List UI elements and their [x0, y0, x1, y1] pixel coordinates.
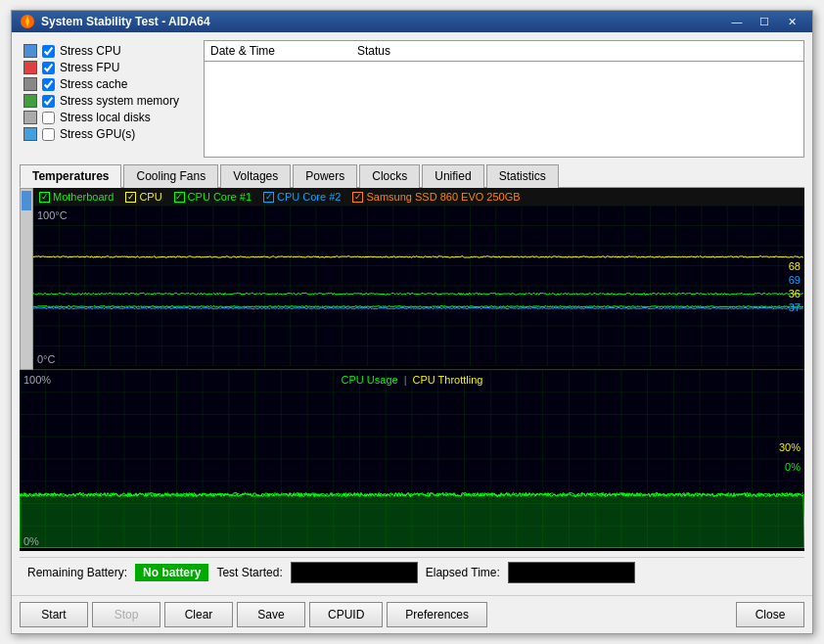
tab-clocks[interactable]: Clocks — [359, 164, 420, 188]
test-started-label: Test Started: — [216, 566, 282, 579]
legend-label-3: CPU Core #2 — [277, 191, 341, 203]
status-table: Date & Time Status — [204, 40, 804, 158]
stress-label-cache: Stress cache — [60, 77, 127, 91]
start-button[interactable]: Start — [20, 602, 88, 627]
chart-lower: CPU Usage|CPU Throttling 100% 0% 30%0% — [20, 370, 804, 552]
upper-y-max: 100°C — [37, 209, 68, 221]
legend-checkbox-3[interactable]: ✓ — [263, 192, 274, 203]
lower-center-label-0: CPU Usage — [342, 374, 398, 386]
status-table-header: Date & Time Status — [205, 41, 803, 62]
tab-cooling[interactable]: Cooling Fans — [123, 164, 218, 188]
tab-voltages[interactable]: Voltages — [220, 164, 291, 188]
bottom-buttons: Start Stop Clear Save CPUID Preferences … — [12, 595, 812, 633]
legend-label-1: CPU — [139, 191, 161, 203]
cpuid-button[interactable]: CPUID — [309, 602, 383, 627]
stress-label-cpu: Stress CPU — [60, 44, 121, 58]
test-started-value — [291, 562, 418, 583]
status-header: Status — [357, 44, 798, 58]
cpu-stress-icon — [23, 44, 37, 58]
status-bar: Remaining Battery: No battery Test Start… — [20, 557, 804, 587]
tab-unified[interactable]: Unified — [422, 164, 483, 188]
stress-checkbox-fpu[interactable] — [42, 62, 55, 74]
window-controls: — ☐ ✕ — [724, 12, 804, 31]
stress-item-fpu: Stress FPU — [23, 61, 192, 74]
date-time-header: Date & Time — [210, 44, 357, 58]
save-button[interactable]: Save — [237, 602, 305, 627]
lower-center-label-2: CPU Throttling — [413, 374, 483, 386]
legend-item-2: ✓CPU Core #1 — [174, 191, 252, 203]
upper-y-min: 0°C — [37, 353, 55, 365]
chart-area: ✓Motherboard✓CPU✓CPU Core #1✓CPU Core #2… — [20, 188, 804, 551]
tab-statistics[interactable]: Statistics — [486, 164, 559, 188]
lower-value-1: 0% — [779, 461, 801, 473]
stress-label-memory: Stress system memory — [60, 94, 179, 108]
lower-center-label: CPU Usage|CPU Throttling — [342, 374, 483, 386]
stress-checkbox-gpu[interactable] — [42, 128, 55, 141]
scroll-sidebar — [20, 188, 33, 370]
legend-label-0: Motherboard — [53, 191, 114, 203]
stress-label-fpu: Stress FPU — [60, 61, 119, 74]
stress-item-disk: Stress local disks — [23, 111, 192, 124]
temperature-chart — [33, 206, 804, 366]
lower-y-max: 100% — [23, 374, 51, 386]
window-title: System Stability Test - AIDA64 — [41, 15, 724, 28]
title-bar: System Stability Test - AIDA64 — ☐ ✕ — [12, 11, 812, 32]
legend-checkbox-1[interactable]: ✓ — [125, 192, 136, 203]
upper-value-0: 68 — [789, 260, 801, 272]
stress-label-disk: Stress local disks — [60, 111, 151, 124]
disk-stress-icon — [23, 111, 37, 124]
gpu-stress-icon — [23, 127, 37, 141]
maximize-button[interactable]: ☐ — [752, 12, 777, 31]
main-window: System Stability Test - AIDA64 — ☐ ✕ Str… — [11, 10, 813, 634]
elapsed-time-label: Elapsed Time: — [426, 566, 500, 579]
elapsed-time-value — [508, 562, 635, 583]
legend-item-3: ✓CPU Core #2 — [263, 191, 341, 203]
legend-checkbox-0[interactable]: ✓ — [39, 192, 50, 203]
lower-y-min: 0% — [23, 535, 39, 547]
tab-temperatures[interactable]: Temperatures — [20, 164, 121, 188]
mem-stress-icon — [23, 94, 37, 108]
cpu-usage-chart — [20, 370, 804, 548]
tabs-section: TemperaturesCooling FansVoltagesPowersCl… — [20, 163, 804, 551]
upper-value-3: 37 — [789, 301, 801, 313]
legend-item-0: ✓Motherboard — [39, 191, 114, 203]
stress-label-gpu: Stress GPU(s) — [60, 127, 135, 141]
top-section: Stress CPUStress FPUStress cacheStress s… — [20, 40, 804, 158]
tab-powers[interactable]: Powers — [293, 164, 357, 188]
stress-checkbox-cpu[interactable] — [42, 45, 55, 58]
minimize-button[interactable]: — — [724, 12, 750, 31]
tabs-bar: TemperaturesCooling FansVoltagesPowersCl… — [20, 163, 804, 188]
stress-item-memory: Stress system memory — [23, 94, 192, 108]
stress-options-panel: Stress CPUStress FPUStress cacheStress s… — [20, 40, 196, 158]
stop-button[interactable]: Stop — [92, 602, 160, 627]
lower-right-values: 30%0% — [779, 441, 801, 473]
chart-upper: 100°C 0°C 68693637 — [33, 206, 804, 370]
stress-item-cache: Stress cache — [23, 77, 192, 91]
cache-stress-icon — [23, 77, 37, 91]
main-content: Stress CPUStress FPUStress cacheStress s… — [12, 32, 812, 595]
stress-checkbox-cache[interactable] — [42, 78, 55, 91]
upper-right-values: 68693637 — [789, 260, 801, 313]
scroll-thumb[interactable] — [22, 191, 31, 210]
preferences-button[interactable]: Preferences — [387, 602, 487, 627]
app-icon — [20, 14, 35, 29]
upper-value-2: 36 — [789, 288, 801, 299]
stress-checkbox-memory[interactable] — [42, 95, 55, 108]
upper-value-1: 69 — [789, 274, 801, 286]
legend-checkbox-4[interactable]: ✓ — [352, 192, 363, 203]
lower-center-label-1: | — [404, 374, 407, 386]
legend-label-4: Samsung SSD 860 EVO 250GB — [366, 191, 520, 203]
legend-item-1: ✓CPU — [125, 191, 161, 203]
close-window-button[interactable]: ✕ — [779, 12, 804, 31]
fpu-stress-icon — [23, 61, 37, 74]
battery-value: No battery — [135, 564, 208, 581]
stress-item-gpu: Stress GPU(s) — [23, 127, 192, 141]
stress-checkbox-disk[interactable] — [42, 112, 55, 124]
lower-value-0: 30% — [779, 441, 801, 453]
close-button[interactable]: Close — [736, 602, 804, 627]
remaining-battery-label: Remaining Battery: — [27, 566, 127, 579]
clear-button[interactable]: Clear — [164, 602, 233, 627]
chart-upper-legend: ✓Motherboard✓CPU✓CPU Core #1✓CPU Core #2… — [33, 188, 804, 206]
legend-checkbox-2[interactable]: ✓ — [174, 192, 185, 203]
legend-item-4: ✓Samsung SSD 860 EVO 250GB — [352, 191, 520, 203]
